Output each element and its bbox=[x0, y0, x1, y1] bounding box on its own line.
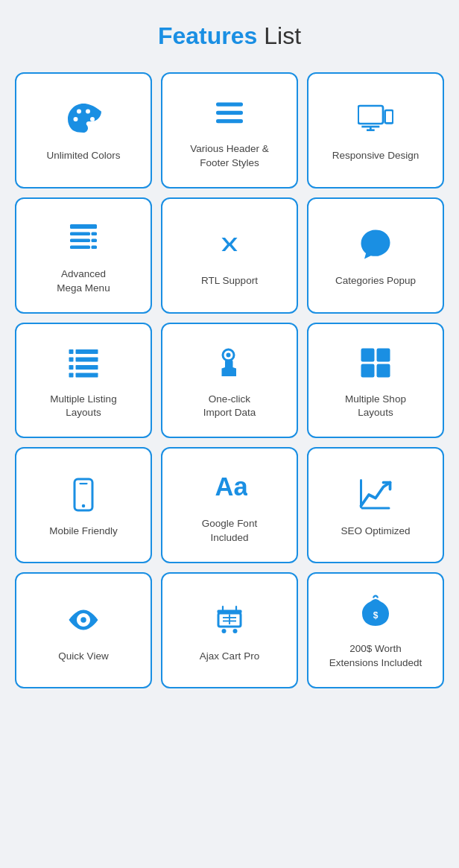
svg-rect-11 bbox=[70, 245, 90, 249]
svg-rect-2 bbox=[216, 119, 243, 123]
svg-rect-0 bbox=[216, 103, 243, 107]
svg-point-40 bbox=[222, 629, 227, 633]
svg-rect-20 bbox=[76, 365, 98, 370]
list-layout-icon bbox=[66, 345, 101, 381]
page-wrapper: Features List Unlimited Colors Various H… bbox=[0, 0, 459, 718]
mobile-icon bbox=[66, 477, 101, 513]
menu-lines-icon bbox=[66, 220, 101, 256]
svg-rect-1 bbox=[216, 111, 243, 115]
card-label-unlimited-colors: Unlimited Colors bbox=[46, 149, 120, 163]
font-icon: Aa bbox=[212, 469, 247, 505]
card-ajax-cart[interactable]: Ajax Cart Pro bbox=[161, 572, 298, 688]
card-label-categories-popup: Categories Popup bbox=[335, 274, 416, 288]
responsive-icon bbox=[358, 101, 393, 137]
card-label-rtl-support: RTL Support bbox=[201, 274, 258, 288]
chat-bubble-icon bbox=[358, 226, 393, 262]
svg-rect-14 bbox=[92, 245, 98, 249]
svg-point-41 bbox=[233, 629, 238, 633]
svg-point-24 bbox=[227, 352, 231, 357]
svg-rect-21 bbox=[69, 373, 74, 377]
card-multiple-listing[interactable]: Multiple ListingLayouts bbox=[15, 323, 152, 439]
cart-icon bbox=[212, 602, 247, 638]
card-label-one-click-import: One-clickImport Data bbox=[203, 393, 256, 421]
svg-text:$: $ bbox=[373, 610, 379, 621]
card-google-font[interactable]: Aa Google FontIncluded bbox=[161, 447, 298, 563]
card-seo-optimized[interactable]: SEO Optimized bbox=[307, 447, 444, 563]
svg-rect-3 bbox=[358, 106, 383, 124]
svg-rect-4 bbox=[385, 110, 393, 123]
card-unlimited-colors[interactable]: Unlimited Colors bbox=[15, 72, 152, 189]
card-label-responsive-design: Responsive Design bbox=[332, 149, 419, 163]
card-mobile-friendly[interactable]: Mobile Friendly bbox=[15, 447, 152, 563]
eye-icon bbox=[66, 602, 101, 638]
card-mega-menu[interactable]: AdvancedMega Menu bbox=[15, 197, 152, 314]
svg-rect-34 bbox=[360, 479, 362, 508]
card-label-google-font: Google FontIncluded bbox=[202, 517, 257, 545]
card-label-seo-optimized: SEO Optimized bbox=[341, 525, 410, 539]
card-label-mega-menu: AdvancedMega Menu bbox=[57, 267, 110, 296]
card-rtl-support[interactable]: RTL Support bbox=[161, 197, 298, 314]
rtl-icon bbox=[212, 226, 247, 262]
svg-rect-8 bbox=[70, 224, 97, 229]
svg-rect-18 bbox=[76, 357, 98, 361]
card-label-multiple-shop: Multiple ShopLayouts bbox=[345, 393, 406, 421]
svg-rect-12 bbox=[92, 232, 98, 235]
svg-rect-26 bbox=[377, 348, 390, 361]
card-responsive-design[interactable]: Responsive Design bbox=[307, 72, 444, 189]
svg-rect-13 bbox=[92, 238, 98, 242]
svg-point-30 bbox=[82, 504, 86, 508]
card-label-extensions: 200$ WorthExtensions Includedt bbox=[329, 642, 422, 671]
svg-rect-22 bbox=[76, 373, 98, 377]
card-one-click-import[interactable]: One-clickImport Data bbox=[161, 323, 298, 439]
svg-rect-16 bbox=[76, 349, 98, 354]
svg-rect-27 bbox=[361, 364, 375, 377]
svg-text:Aa: Aa bbox=[215, 472, 248, 501]
svg-rect-19 bbox=[69, 365, 74, 370]
grid-layout-icon bbox=[358, 345, 393, 381]
svg-rect-15 bbox=[69, 349, 74, 354]
card-multiple-shop[interactable]: Multiple ShopLayouts bbox=[307, 323, 444, 439]
hamburger-icon bbox=[212, 95, 247, 130]
svg-rect-17 bbox=[69, 357, 74, 361]
card-label-ajax-cart: Ajax Cart Pro bbox=[200, 650, 259, 664]
money-bag-icon: $ bbox=[358, 595, 393, 630]
svg-rect-28 bbox=[377, 364, 390, 377]
card-label-header-footer: Various Header &Footer Styles bbox=[190, 142, 269, 171]
svg-point-35 bbox=[80, 617, 86, 623]
features-grid: Unlimited Colors Various Header &Footer … bbox=[15, 72, 444, 688]
title-normal-text: List bbox=[264, 22, 301, 49]
card-extensions[interactable]: $ 200$ WorthExtensions Includedt bbox=[307, 572, 444, 688]
card-label-multiple-listing: Multiple ListingLayouts bbox=[50, 393, 116, 421]
card-label-quick-view: Quick View bbox=[58, 650, 108, 664]
svg-rect-10 bbox=[70, 238, 90, 242]
card-categories-popup[interactable]: Categories Popup bbox=[307, 197, 444, 314]
page-title: Features List bbox=[15, 22, 444, 50]
card-header-footer[interactable]: Various Header &Footer Styles bbox=[161, 72, 298, 189]
card-quick-view[interactable]: Quick View bbox=[15, 572, 152, 688]
svg-rect-9 bbox=[70, 232, 90, 235]
card-label-mobile-friendly: Mobile Friendly bbox=[49, 525, 118, 539]
touch-icon bbox=[212, 345, 247, 381]
svg-rect-25 bbox=[361, 348, 375, 361]
svg-rect-33 bbox=[361, 507, 390, 509]
title-highlight: Features bbox=[158, 22, 257, 49]
chart-up-icon bbox=[358, 477, 393, 513]
palette-icon bbox=[66, 101, 101, 137]
